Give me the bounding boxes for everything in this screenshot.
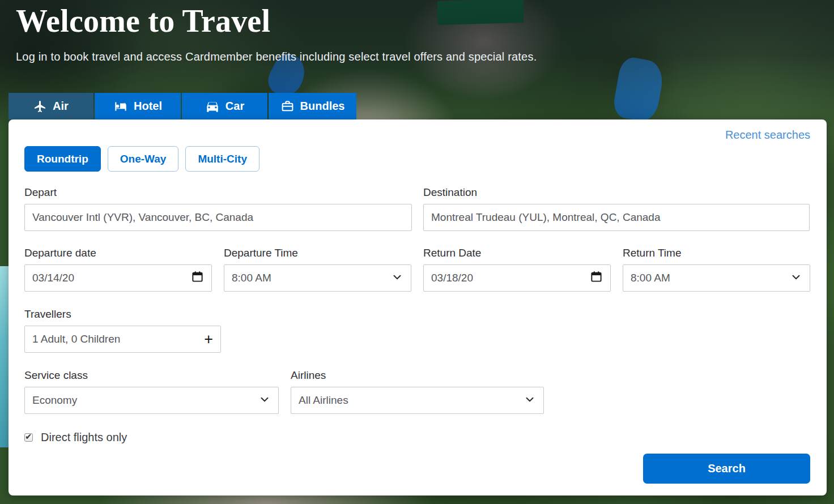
plus-icon[interactable]: + [204, 332, 213, 347]
flight-search-panel: Recent searches Roundtrip One-Way Multi-… [8, 119, 827, 496]
service-class-group: Service class Economy [24, 369, 279, 414]
tab-air[interactable]: Air [8, 93, 93, 119]
departure-date-group: Departure date 03/14/20 [24, 247, 212, 292]
recent-searches-link[interactable]: Recent searches [725, 129, 810, 141]
return-time-label: Return Time [623, 247, 810, 259]
departure-date-input[interactable]: 03/14/20 [24, 264, 212, 292]
departure-date-value: 03/14/20 [32, 272, 74, 284]
chevron-down-icon [790, 271, 802, 286]
departure-time-group: Departure Time 8:00 AM [224, 247, 411, 292]
multi-city-button[interactable]: Multi-City [185, 146, 259, 172]
departure-date-label: Departure date [24, 247, 212, 259]
travellers-group: Travellers 1 Adult, 0 Children + [24, 308, 221, 353]
direct-flights-row: ✔ Direct flights only [24, 431, 810, 443]
departure-time-label: Departure Time [224, 247, 411, 259]
direct-flights-label: Direct flights only [41, 431, 127, 444]
direct-flights-checkbox[interactable]: ✔ [24, 433, 33, 442]
travellers-value: 1 Adult, 0 Children [32, 333, 120, 345]
travellers-input[interactable]: 1 Adult, 0 Children + [24, 326, 221, 353]
return-date-group: Return Date 03/18/20 [423, 247, 611, 292]
recent-searches-row: Recent searches [24, 129, 810, 142]
product-tabs: Air Hotel Car Bundles [8, 93, 358, 119]
destination-field-group: Destination [423, 186, 810, 231]
service-class-value: Economy [32, 394, 77, 407]
service-class-label: Service class [24, 369, 279, 382]
return-date-input[interactable]: 03/18/20 [423, 264, 611, 292]
car-icon [205, 99, 220, 114]
destination-input[interactable] [423, 204, 810, 231]
briefcase-icon [280, 99, 295, 113]
return-time-select[interactable]: 8:00 AM [623, 264, 810, 292]
calendar-icon[interactable] [191, 270, 204, 286]
return-date-label: Return Date [423, 247, 611, 259]
roundtrip-button[interactable]: Roundtrip [24, 146, 101, 172]
calendar-icon[interactable] [590, 270, 603, 286]
depart-field-group: Depart [24, 186, 412, 231]
airlines-group: Airlines All Airlines [291, 369, 544, 414]
page-title: Welcome to Travel [16, 2, 537, 40]
chevron-down-icon [391, 271, 403, 286]
tab-label: Bundles [300, 100, 345, 113]
hero: Welcome to Travel Log in to book travel … [16, 2, 537, 63]
airlines-value: All Airlines [299, 394, 348, 407]
return-time-group: Return Time 8:00 AM [623, 247, 810, 292]
hero-subtitle: Log in to book travel and access Cardmem… [16, 50, 537, 63]
tab-label: Car [225, 100, 244, 113]
chevron-down-icon [524, 393, 536, 408]
return-date-value: 03/18/20 [431, 272, 473, 284]
service-class-select[interactable]: Economy [24, 387, 279, 414]
trip-type-toggle: Roundtrip One-Way Multi-City [24, 146, 810, 172]
airlines-select[interactable]: All Airlines [291, 387, 544, 414]
departure-time-select[interactable]: 8:00 AM [224, 264, 411, 292]
tab-car[interactable]: Car [182, 93, 267, 119]
tab-bundles[interactable]: Bundles [269, 93, 356, 119]
travellers-label: Travellers [24, 308, 221, 321]
airlines-label: Airlines [291, 369, 544, 382]
depart-label: Depart [24, 186, 412, 199]
tab-label: Hotel [134, 100, 162, 113]
depart-input[interactable] [24, 204, 412, 231]
tab-label: Air [53, 100, 69, 113]
destination-label: Destination [423, 186, 810, 199]
airplane-icon [33, 100, 47, 113]
return-time-value: 8:00 AM [631, 272, 670, 284]
departure-time-value: 8:00 AM [232, 272, 271, 284]
tab-hotel[interactable]: Hotel [95, 93, 181, 119]
chevron-down-icon [258, 393, 271, 408]
one-way-button[interactable]: One-Way [108, 146, 179, 172]
bed-icon [113, 99, 128, 114]
search-button[interactable]: Search [643, 454, 810, 484]
checkmark-icon: ✔ [25, 432, 32, 442]
